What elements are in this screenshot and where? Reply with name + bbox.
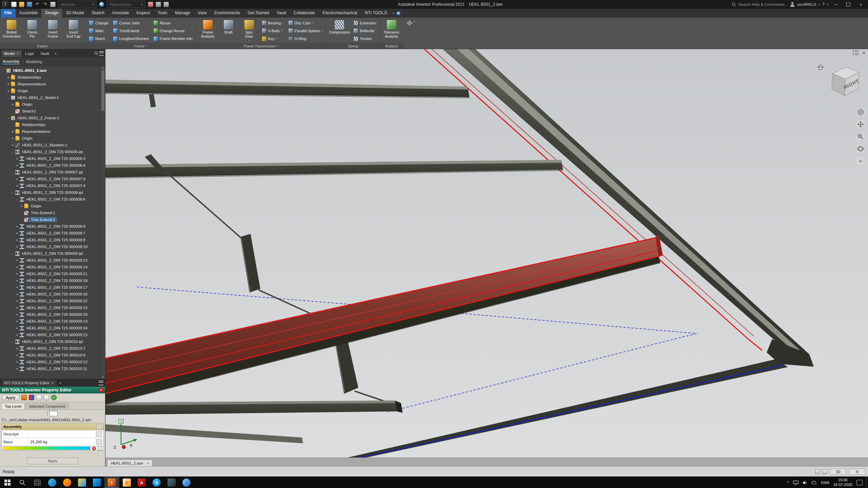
tree-expander[interactable]: + — [15, 360, 19, 364]
clevis-pin-button[interactable]: Clevis Pin — [22, 19, 42, 43]
menu-tab-annotate[interactable]: Annotate — [108, 9, 133, 18]
tree-item[interactable]: +Origin — [0, 135, 105, 142]
tree-expander[interactable]: + — [20, 204, 23, 208]
frame-member-info-button[interactable]: Frame Member Info — [152, 35, 194, 42]
firefox-taskbar-button[interactable] — [60, 476, 75, 488]
tree-item[interactable]: +HEKL-B551_2_DIN T25 000010:7 — [0, 345, 105, 352]
o-ring-button[interactable]: O-Ring — [287, 35, 324, 42]
tree-expander[interactable]: - — [11, 170, 15, 174]
tree-expander[interactable]: + — [15, 306, 19, 310]
tree-expander[interactable]: + — [6, 82, 10, 86]
tree-expander[interactable]: + — [6, 76, 10, 79]
ribbon-options[interactable]: ▾ — [403, 18, 415, 49]
tree-item[interactable]: +Origin — [0, 203, 105, 209]
zoom-button[interactable] — [856, 133, 865, 141]
pan-button[interactable] — [856, 120, 865, 128]
torsion-button[interactable]: Torsion — [352, 35, 377, 42]
menu-tab-view[interactable]: View — [194, 9, 211, 18]
tree-expander[interactable]: - — [11, 150, 15, 154]
property-row[interactable]: Mass 25,265 kg — [2, 438, 103, 446]
clear-overrides-icon[interactable] — [156, 2, 161, 7]
tree-item[interactable]: +HEKL-B551_2_DIN T25 000010:11 — [0, 365, 105, 372]
tree-expander[interactable]: + — [15, 225, 19, 228]
tolerance-analysis-button[interactable]: Tolerance Analysis — [382, 19, 401, 43]
tree-item[interactable]: +HEKL-B551_2_DIN T25 000008:8 — [0, 237, 105, 243]
menu-tab-nti-tools[interactable]: NTI TOOLS — [361, 9, 391, 18]
minimize-button[interactable] — [831, 0, 841, 9]
tree-item[interactable]: +HEKL-B551_2_DIN T25 000009:24 — [0, 325, 105, 331]
calculator-button[interactable] — [96, 439, 102, 445]
tree-item[interactable]: +HEKL-B551_2_DIN T25 000010:12 — [0, 359, 105, 365]
help-button[interactable]: ? — [822, 2, 825, 7]
show-desktop-button[interactable] — [866, 476, 868, 488]
tree-expander[interactable]: + — [15, 292, 19, 296]
app-blue-taskbar-button[interactable] — [90, 476, 104, 488]
panel-flyout-icon[interactable]: ▾ — [277, 44, 279, 47]
tree-expander[interactable]: + — [15, 157, 19, 161]
tree-expander[interactable]: + — [11, 130, 15, 134]
taskbar-search-button[interactable] — [15, 476, 30, 488]
open-icon[interactable] — [19, 2, 24, 7]
tree-item[interactable]: +HEKL-B551_2_DIN T25 000009:17 — [0, 284, 105, 291]
tree-item[interactable]: +HEKL-B551_2_DIN T25 000007:3 — [0, 176, 105, 182]
tree-expander[interactable]: - — [15, 198, 19, 201]
tree-expander[interactable]: + — [15, 238, 19, 242]
menu-tab-get-started[interactable]: Get Started — [244, 9, 273, 18]
panel-flyout-icon[interactable]: ▾ — [146, 44, 147, 47]
compare-icon[interactable] — [29, 395, 34, 400]
viewcube-cube[interactable]: RIGHT — [826, 63, 862, 99]
tree-expander[interactable]: + — [15, 265, 19, 269]
tree-expander[interactable]: - — [6, 116, 10, 120]
scrollbar-thumb[interactable] — [101, 70, 104, 111]
menu-tab-manage[interactable]: Manage — [171, 9, 194, 18]
signed-in-user[interactable]: yenARKLS — [797, 2, 816, 6]
document-tab[interactable]: HEKL-B551_2.iam × — [107, 460, 153, 467]
adjust-appearance-icon[interactable] — [148, 2, 153, 7]
panel-menu-icon[interactable] — [99, 381, 103, 385]
material-dropdown[interactable]: Material▾ — [58, 1, 97, 8]
skype-taskbar-button[interactable]: S — [149, 476, 164, 488]
tree-expander[interactable]: + — [15, 259, 19, 262]
apply-button[interactable]: Apply — [2, 395, 19, 400]
compression-button[interactable]: Compression — [328, 19, 351, 43]
acrobat-taskbar-button[interactable]: A — [134, 476, 149, 488]
section-header[interactable]: Assembly ▼ — [2, 423, 103, 430]
browser-tab-model[interactable]: Model× — [1, 50, 22, 57]
tree-item[interactable]: +Representations — [0, 128, 105, 135]
menu-tab-environments[interactable]: Environments — [211, 9, 244, 18]
more-button[interactable] — [97, 446, 102, 450]
inventor-logo-icon[interactable]: I — [2, 1, 9, 8]
tree-item[interactable]: Relationships — [0, 121, 105, 128]
change-button[interactable]: Change — [88, 19, 110, 27]
user-avatar-icon[interactable] — [790, 2, 795, 7]
tree-item[interactable]: +HEKL-B551_2_DIN T25 000009:14 — [0, 264, 105, 270]
grid-icon[interactable] — [815, 469, 820, 474]
insert-frame-button[interactable]: Insert Frame — [43, 19, 63, 43]
full-navigation-wheel-button[interactable] — [856, 108, 865, 116]
lengthen-shorten-button[interactable]: Lengthen/Shorten — [112, 35, 150, 42]
tree-item[interactable]: -HEKL-B551_2_Skelet:1 — [0, 94, 105, 101]
tray-expand-icon[interactable]: ^ — [787, 480, 789, 485]
tree-item[interactable]: -HEKL-B551_2_DIN T25 000008:6 — [0, 196, 105, 203]
presence-icon[interactable] — [397, 12, 400, 15]
tree-item[interactable]: +HEKL-B551_2_DIN T25 000009:23 — [0, 331, 105, 338]
tree-expander[interactable]: + — [11, 103, 15, 106]
tree-expander[interactable]: + — [15, 164, 19, 167]
cloud-icon[interactable] — [811, 481, 817, 485]
color-gradient-bar[interactable] — [3, 446, 91, 450]
taskbar-clock[interactable]: 15:06 16-07-2020 — [833, 478, 852, 487]
refresh-icon[interactable] — [51, 395, 57, 400]
tree-item[interactable]: -HEKL-B551_2_DIN T25 000009.ipt — [0, 250, 105, 257]
close-document-icon[interactable]: × — [862, 50, 865, 55]
tree-expander[interactable]: + — [15, 299, 19, 303]
tree-item[interactable]: +HEKL-B551_2_DIN T25 000009:21 — [0, 270, 105, 277]
file-explorer-taskbar-button[interactable] — [75, 476, 90, 488]
tree-expander[interactable]: - — [6, 96, 10, 100]
menu-tab-tools[interactable]: Tools — [154, 9, 171, 18]
grid-icon[interactable] — [823, 469, 827, 474]
menu-tab-assemble[interactable]: Assemble — [16, 9, 42, 18]
belleville-button[interactable]: Belleville — [352, 27, 377, 35]
browser-tab-logic[interactable]: Logic — [22, 50, 37, 57]
navbar-more-button[interactable] — [856, 157, 865, 165]
tree-expander[interactable]: + — [15, 231, 19, 235]
